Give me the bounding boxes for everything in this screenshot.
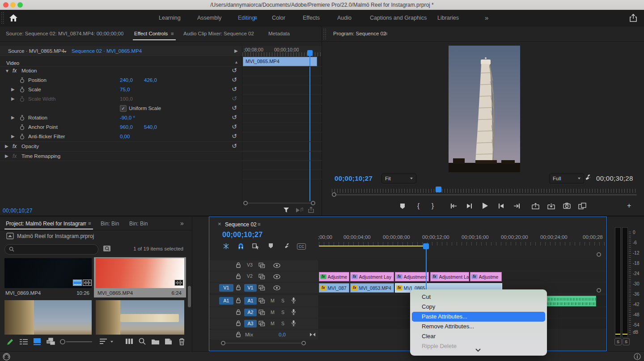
source-patch-v1[interactable]: V1: [219, 284, 233, 292]
timeline-clip-adjustment-2[interactable]: fx Adjustment Lay: [350, 272, 394, 281]
new-item-button[interactable]: [165, 338, 172, 345]
timeline-clip-mvi087[interactable]: fx MVI_087: [319, 283, 349, 293]
solo-button-a1[interactable]: S: [281, 298, 284, 303]
menu-item-cut[interactable]: Cut: [410, 292, 547, 302]
menu-scroll-down-chevron-icon[interactable]: [475, 348, 481, 352]
anti-flicker-expand-icon[interactable]: ▶: [11, 134, 15, 139]
uniform-scale-reset-icon[interactable]: ↺: [232, 105, 237, 110]
timeline-settings-button[interactable]: [283, 242, 290, 250]
anchor-reset-icon[interactable]: ↺: [232, 124, 237, 129]
sync-lock-icon[interactable]: [258, 321, 265, 327]
mark-in-button[interactable]: {: [417, 202, 419, 209]
workspace-tab-learning[interactable]: Learning: [159, 15, 181, 21]
timeline-hscroll-handle-left[interactable]: [221, 341, 225, 345]
ec-zoom-handle-left[interactable]: [243, 201, 248, 205]
ec-show-timeline-icon[interactable]: ▶: [234, 48, 238, 53]
lock-icon[interactable]: [236, 309, 241, 315]
opacity-expand-icon[interactable]: ▶: [5, 144, 8, 149]
project-search-input[interactable]: [4, 244, 98, 255]
go-to-keyframe-icon[interactable]: [309, 332, 316, 337]
track-name-a3[interactable]: A3: [244, 320, 257, 327]
timeline-clip-mvi0853[interactable]: fx MVI_0853.MP4: [350, 283, 394, 293]
program-scrub-ruler[interactable]: [332, 189, 637, 193]
workspace-tab-color[interactable]: Color: [272, 15, 285, 21]
new-bin-button[interactable]: [151, 338, 160, 345]
position-x-value[interactable]: 240,0: [120, 77, 133, 83]
project-clip-thumbnail-3[interactable]: [4, 300, 92, 335]
icon-view-button-active[interactable]: [33, 338, 41, 345]
source-patch-a1[interactable]: A1: [219, 297, 233, 305]
anti-flicker-reset-icon[interactable]: ↺: [232, 133, 237, 139]
tab-audio-clip-mixer[interactable]: Audio Clip Mixer: Sequence 02: [183, 31, 254, 36]
workspace-tab-effects[interactable]: Effects: [303, 15, 320, 21]
tab-metadata[interactable]: Metadata: [268, 31, 290, 36]
timeline-clip-adjustment-5[interactable]: fx Adjustme: [470, 272, 502, 281]
track-name-v2[interactable]: V2: [247, 273, 253, 279]
motion-fx-icon[interactable]: fx: [13, 68, 17, 74]
project-file-name[interactable]: Malmö Reel for Instagram.prproj: [17, 233, 94, 239]
effect-row-motion[interactable]: ▼ fx Motion ↺: [0, 66, 242, 76]
effect-controls-panel-menu-icon[interactable]: ≡: [171, 31, 174, 36]
workspace-tab-audio[interactable]: Audio: [337, 15, 352, 21]
anchor-stopwatch-icon[interactable]: [20, 124, 25, 130]
lock-icon[interactable]: [236, 285, 241, 290]
timeline-clip-adjustment-3[interactable]: fx Adjustment: [395, 272, 429, 281]
info-button[interactable]: [634, 353, 641, 360]
work-area-bar[interactable]: [319, 246, 427, 246]
voiceover-mic-icon[interactable]: [291, 320, 296, 327]
tab-bin-2[interactable]: Bin: Bin: [129, 221, 148, 227]
sync-lock-icon[interactable]: [258, 263, 265, 268]
ec-export-button[interactable]: [308, 207, 314, 213]
add-marker-button[interactable]: [400, 203, 405, 209]
menu-item-clear[interactable]: Clear: [410, 331, 547, 341]
ec-filter-properties-button[interactable]: [283, 207, 290, 213]
ec-clip-bar[interactable]: MVI_0865.MP4: [243, 57, 317, 66]
captions-button[interactable]: CC: [297, 243, 306, 250]
lock-icon[interactable]: [236, 297, 241, 303]
mark-out-button[interactable]: }: [432, 202, 434, 209]
delete-button[interactable]: [178, 338, 185, 345]
tab-program-monitor[interactable]: Program: Sequence 02: [333, 31, 386, 36]
opacity-fx-icon[interactable]: fx: [13, 143, 17, 149]
rotation-reset-icon[interactable]: ↺: [232, 115, 237, 120]
track-name-a1[interactable]: A1: [244, 297, 257, 305]
clip-mvi0869-name[interactable]: MVI_0869.MP4: [5, 290, 41, 296]
solo-button-a2[interactable]: S: [281, 310, 284, 315]
clip-mvi0865-audio-badge[interactable]: [174, 280, 183, 286]
menu-item-remove-attributes[interactable]: Remove Attributes...: [410, 322, 547, 331]
voiceover-mic-icon[interactable]: [291, 297, 296, 304]
mute-button-a1[interactable]: M: [271, 298, 275, 303]
meter-solo-left-button[interactable]: S: [614, 338, 622, 345]
effect-row-uniform-scale[interactable]: ✓ Uniform Scale ↺: [0, 104, 242, 113]
ec-playhead-line[interactable]: [309, 50, 310, 201]
timeline-clip-adjustment-1[interactable]: fx Adjustme: [319, 272, 349, 281]
sync-lock-icon[interactable]: [258, 298, 265, 304]
scale-value[interactable]: 75,0: [120, 87, 130, 92]
voiceover-mic-icon[interactable]: [291, 309, 296, 315]
automate-to-sequence-button[interactable]: [125, 338, 134, 345]
ec-scroll-up-icon[interactable]: ▲: [234, 60, 238, 64]
scale-expand-icon[interactable]: ▶: [11, 87, 15, 92]
program-panel-menu-icon[interactable]: ≡: [385, 31, 388, 36]
project-writable-indicator[interactable]: [6, 338, 14, 346]
track-visibility-eye-icon[interactable]: [273, 274, 280, 279]
rotation-value[interactable]: -90,0 °: [120, 115, 135, 120]
anchor-y-value[interactable]: 540,0: [144, 124, 157, 130]
rotation-expand-icon[interactable]: ▶: [11, 115, 15, 120]
search-in-bin-button[interactable]: [103, 244, 112, 253]
anti-flicker-value[interactable]: 0,00: [120, 134, 130, 139]
time-remap-expand-icon[interactable]: ▶: [5, 153, 8, 158]
anchor-x-value[interactable]: 960,0: [120, 124, 133, 130]
list-view-button[interactable]: [20, 339, 28, 345]
project-tabs-overflow-button[interactable]: »: [180, 220, 184, 227]
mute-button-a2[interactable]: M: [271, 310, 275, 315]
ec-sequence-clip-label[interactable]: Sequence 02 · MVI_0865.MP4: [72, 48, 142, 54]
workspace-editing-menu-icon[interactable]: ≡: [254, 15, 257, 21]
ec-zoom-bar-track[interactable]: [245, 203, 313, 204]
sort-button[interactable]: [99, 338, 107, 344]
project-clip-mvi0865-selected[interactable]: MVI_0865.MP4 6:24: [94, 257, 186, 297]
tab-effect-controls-active[interactable]: Effect Controls: [134, 31, 168, 36]
program-scrollbar-track[interactable]: [335, 194, 637, 195]
play-button[interactable]: [482, 202, 488, 209]
program-add-button[interactable]: +: [627, 202, 631, 210]
